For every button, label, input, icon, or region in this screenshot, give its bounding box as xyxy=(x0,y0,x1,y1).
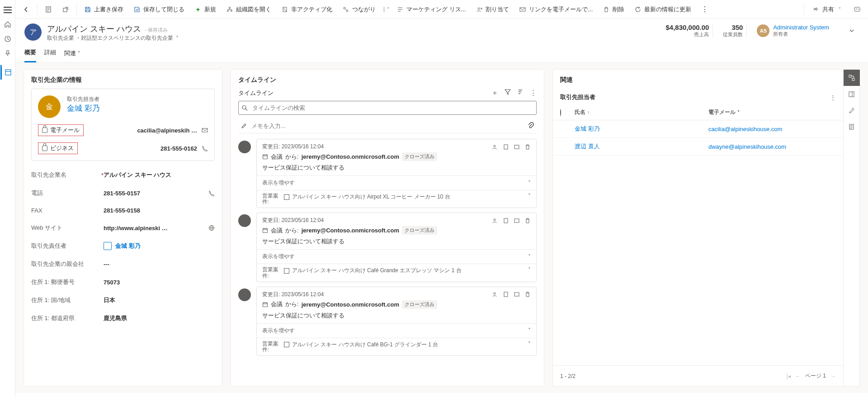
activity-from[interactable]: jeremy@Contoso.onmicrosoft.com xyxy=(302,153,399,160)
activity-assign-icon[interactable] xyxy=(492,144,498,150)
hamburger-menu[interactable] xyxy=(0,3,15,17)
contact-name-cell[interactable]: 渡辺 直人 xyxy=(575,142,702,151)
recent-icon[interactable] xyxy=(0,32,15,46)
activity-show-more[interactable]: 表示を増やす˅ xyxy=(257,249,536,264)
delete-button[interactable]: 削除 xyxy=(598,3,629,16)
tab-overview[interactable]: 概要 xyxy=(24,48,36,62)
contact-row[interactable]: 金城 彩乃 cacilia@alpineskihouse.com xyxy=(553,120,843,138)
tab-related[interactable]: 関連˅ xyxy=(64,48,80,62)
activity-close-icon[interactable] xyxy=(514,144,520,150)
assign-button[interactable]: 割り当て xyxy=(471,3,514,16)
overflow-button[interactable]: ⋮ xyxy=(697,2,713,16)
activity-opp-value[interactable]: アルパイン スキー ハウス向け Airpot XL コーヒー メーカー 10 台 xyxy=(292,193,450,201)
svg-rect-28 xyxy=(514,293,519,296)
activity-from[interactable]: jeremy@Contoso.onmicrosoft.com xyxy=(302,301,399,308)
home-icon[interactable] xyxy=(0,17,15,32)
save-close-button[interactable]: 保存して閉じる xyxy=(129,3,189,16)
activity-from[interactable]: jeremy@Contoso.onmicrosoft.com xyxy=(302,227,399,234)
entity-icon[interactable] xyxy=(0,65,15,80)
marketing-label: マーケティング リス... xyxy=(406,5,466,14)
timeline-search-input[interactable] xyxy=(238,101,537,115)
column-header-name[interactable]: 氏名 ↑ xyxy=(575,109,702,116)
contact-name-cell[interactable]: 金城 彩乃 xyxy=(575,125,702,133)
contact-row[interactable]: 渡辺 直人 dwayne@alpineskihouse.com xyxy=(553,138,843,156)
business-field-value[interactable]: 281-555-0162 xyxy=(160,145,197,152)
activity-open-icon[interactable] xyxy=(503,217,509,224)
activity-modified: 変更日: 2023/05/16 12:04 xyxy=(262,143,324,151)
field-state-value[interactable]: 鹿児島県 xyxy=(104,314,215,322)
phone-action-icon[interactable] xyxy=(208,190,215,196)
new-button[interactable]: +新規 xyxy=(190,3,221,16)
field-phone-value[interactable]: 281-555-0157 xyxy=(104,190,140,197)
refresh-button[interactable]: 最新の情報に更新 xyxy=(630,3,696,16)
related-overflow-icon[interactable]: ⋮ xyxy=(830,94,836,101)
contact-email-cell[interactable]: cacilia@alpineskihouse.com xyxy=(708,126,836,132)
svg-point-8 xyxy=(344,7,345,9)
timeline-add-icon[interactable]: ＋ xyxy=(491,89,498,97)
field-fax-value[interactable]: 281-555-0158 xyxy=(104,207,215,214)
timeline-sort-icon[interactable] xyxy=(517,89,524,97)
field-web-value[interactable]: http://www.alpineski … xyxy=(104,225,168,232)
field-country-value[interactable]: 日本 xyxy=(104,296,215,304)
rail-panel-icon[interactable] xyxy=(844,86,860,102)
activity-delete-icon[interactable] xyxy=(524,144,531,150)
activity-opp-chevron[interactable]: ˅ xyxy=(528,193,531,199)
marketing-button[interactable]: マーケティング リス... xyxy=(392,3,470,16)
contact-name-link[interactable]: 金城 彩乃 xyxy=(67,103,100,113)
email-field-value[interactable]: cacilia@alpineskih … xyxy=(137,127,197,134)
column-header-email[interactable]: 電子メール ˅ xyxy=(708,109,836,116)
header-expand-chevron[interactable] xyxy=(844,24,859,38)
globe-icon[interactable] xyxy=(208,225,215,231)
activity-open-icon[interactable] xyxy=(503,291,509,298)
form-selector-icon[interactable] xyxy=(40,3,57,16)
email-link-button[interactable]: リンクを電子メールで... xyxy=(514,3,597,16)
activity-delete-icon[interactable] xyxy=(524,291,531,298)
tab-details[interactable]: 詳細 xyxy=(44,48,56,62)
activity-opp-chevron[interactable]: ˅ xyxy=(528,267,531,273)
activity-show-more[interactable]: 表示を増やす˅ xyxy=(257,175,536,190)
activity-delete-icon[interactable] xyxy=(524,217,531,224)
owner-name[interactable]: Administrator System xyxy=(773,24,829,31)
attachment-icon[interactable] xyxy=(528,122,534,129)
activity-show-more[interactable]: 表示を増やす˅ xyxy=(257,323,536,338)
field-postal-value[interactable]: 75073 xyxy=(104,279,215,286)
pager-next-icon[interactable]: → xyxy=(830,373,836,379)
svg-point-5 xyxy=(227,10,229,11)
field-parent-value[interactable]: --- xyxy=(104,261,215,268)
activity-close-icon[interactable] xyxy=(514,291,520,298)
timeline-filter-icon[interactable] xyxy=(505,89,511,97)
pinned-icon[interactable] xyxy=(0,46,15,61)
back-button[interactable] xyxy=(18,3,34,16)
save-button[interactable]: 上書き保存 xyxy=(80,3,128,16)
pager-first-icon[interactable]: |◂ xyxy=(787,373,791,379)
activity-opp-value[interactable]: アルパイン スキー ハウス向け Café Grande エスプレッソ マシン 1… xyxy=(292,267,462,274)
related-contacts-heading: 取引先担当者 xyxy=(560,93,595,101)
copilot-icon[interactable] xyxy=(849,3,865,16)
select-all-checkbox[interactable] xyxy=(560,109,561,116)
connection-split-chevron[interactable]: │ ˅ xyxy=(381,7,391,12)
activity-close-icon[interactable] xyxy=(514,217,520,224)
form-switcher-chevron[interactable]: ˅ xyxy=(176,35,179,42)
contact-email-cell[interactable]: dwayne@alpineskihouse.com xyxy=(708,143,836,150)
field-resp-value[interactable]: 金城 彩乃 xyxy=(115,242,141,250)
deactivate-button[interactable]: 非アクティブ化 xyxy=(277,3,337,16)
open-org-button[interactable]: 組織図を開く xyxy=(222,3,276,16)
field-name-value[interactable]: アルパイン スキー ハウス xyxy=(104,171,215,179)
share-button[interactable]: 共有˅ xyxy=(808,3,847,16)
activity-opp-chevron[interactable]: ˅ xyxy=(528,341,531,347)
activity-open-icon[interactable] xyxy=(503,144,509,150)
pager-prev-icon[interactable]: ← xyxy=(795,373,801,379)
email-action-icon[interactable] xyxy=(202,127,208,133)
activity-assign-icon[interactable] xyxy=(492,291,498,298)
svg-rect-23 xyxy=(504,218,508,223)
popout-icon[interactable] xyxy=(57,3,74,16)
timeline-note-input[interactable] xyxy=(251,123,523,129)
phone-action-icon[interactable] xyxy=(202,145,208,151)
connection-button[interactable]: つながり xyxy=(338,3,380,16)
timeline-overflow-icon[interactable]: ⋮ xyxy=(530,89,537,97)
rail-wrench-icon[interactable] xyxy=(844,102,860,118)
activity-assign-icon[interactable] xyxy=(492,217,498,224)
activity-opp-value[interactable]: アルパイン スキー ハウス向け Café BG-1 グラインダー 1 台 xyxy=(292,341,438,349)
rail-doc-icon[interactable] xyxy=(844,118,860,135)
rail-relationship-icon[interactable] xyxy=(844,70,860,86)
